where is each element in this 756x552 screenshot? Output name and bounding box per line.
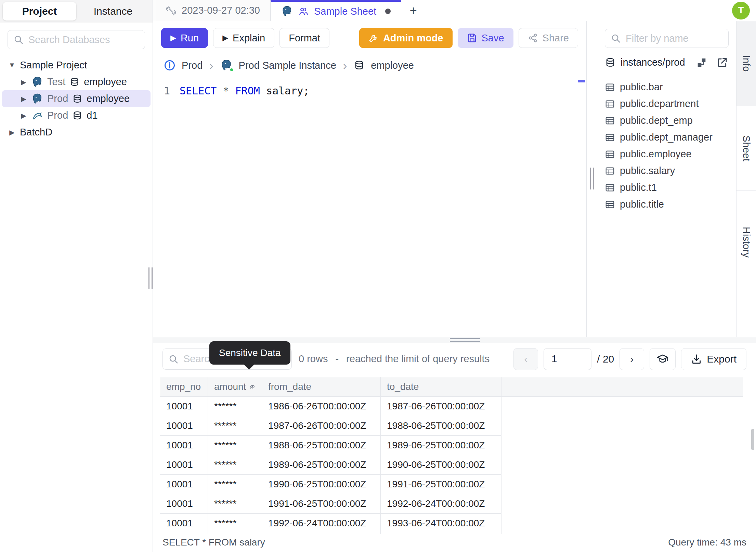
editor-minimap[interactable] [577, 76, 586, 337]
prev-page-button[interactable]: ‹ [513, 348, 538, 370]
tree-item-prod-employee[interactable]: ▶ Prod employee [2, 90, 151, 107]
schema-path: instances/prod [621, 57, 685, 68]
tree-item-batchd[interactable]: ▶ BatchD [2, 124, 151, 141]
download-icon [691, 354, 702, 365]
panel-resize-handle[interactable] [590, 168, 594, 189]
tab-sheet[interactable]: Sheet [737, 106, 756, 191]
results-toolbar: Sensitive Data 0 rows - reached the limi… [153, 343, 756, 375]
format-button[interactable]: Format [279, 28, 329, 48]
table-row[interactable]: 10001******1987-06-26T00:00:00Z1988-06-2… [160, 416, 743, 435]
tab-info[interactable]: Info [737, 21, 756, 106]
table-list-item[interactable]: public.title [597, 196, 736, 213]
tree-item-test-employee[interactable]: ▶ Test employee [2, 74, 151, 90]
tab-project[interactable]: Project [3, 2, 76, 21]
save-icon [467, 33, 477, 43]
column-header-amount[interactable]: amount [208, 377, 262, 396]
results-table-wrap: emp_no amount from_date to_date 10001***… [160, 377, 743, 534]
status-dot-icon [229, 67, 234, 72]
sql-editor[interactable]: 1 SELECT * FROM salary; [153, 76, 586, 337]
mysql-icon [31, 110, 43, 121]
database-search-input[interactable] [28, 34, 139, 45]
results-table: emp_no amount from_date to_date 10001***… [160, 377, 743, 534]
schema-panel: instances/prod public.bar public.departm… [597, 21, 736, 337]
page-number-input[interactable] [544, 348, 591, 370]
results-panel: Sensitive Data 0 rows - reached the limi… [153, 337, 756, 552]
table-list-item[interactable]: public.bar [597, 79, 736, 95]
main-area: 2023-09-27 02:30 Sample Sheet + T ▶ Run [153, 0, 756, 552]
tree-item-prod-d1[interactable]: ▶ Prod d1 [2, 107, 151, 124]
table-list-item[interactable]: public.employee [597, 146, 736, 162]
table-list-item[interactable]: public.salary [597, 162, 736, 179]
caret-down-icon[interactable]: ▼ [8, 61, 16, 69]
left-sidebar: Project Instance ▼ Sample Project ▶ Test… [0, 0, 153, 552]
table-row[interactable]: 10001******1990-06-25T00:00:00Z1991-06-2… [160, 474, 743, 494]
table-filter-input[interactable] [626, 33, 723, 44]
export-button[interactable]: Export [681, 348, 746, 370]
play-icon: ▶ [222, 34, 228, 42]
table-row[interactable]: 10001******1988-06-25T00:00:00Z1989-06-2… [160, 435, 743, 455]
sheet-tab-sample-sheet[interactable]: Sample Sheet [271, 0, 401, 21]
sheet-tab-history[interactable]: 2023-09-27 02:30 [156, 0, 271, 21]
admin-mode-button[interactable]: Admin mode [359, 28, 453, 48]
rows-count: 0 rows [299, 353, 328, 365]
tab-instance[interactable]: Instance [76, 2, 150, 21]
graduation-cap-button[interactable] [650, 348, 676, 370]
breadcrumb: Prod › Prod Sample Instance › employee [153, 55, 586, 76]
caret-right-icon[interactable]: ▶ [8, 128, 16, 136]
next-page-button[interactable]: › [620, 348, 644, 370]
environment-label: Prod [47, 110, 68, 121]
run-button[interactable]: ▶ Run [161, 28, 208, 48]
people-icon [298, 6, 309, 16]
table-filter[interactable] [605, 29, 729, 48]
share-icon [528, 33, 538, 43]
explain-label: Explain [233, 32, 265, 44]
table-row[interactable]: 10001******1986-06-26T00:00:00Z1987-06-2… [160, 396, 743, 416]
table-row[interactable]: 10001******1989-06-25T00:00:00Z1990-06-2… [160, 455, 743, 474]
unlink-icon [166, 5, 176, 16]
table-list-item[interactable]: public.dept_manager [597, 129, 736, 146]
table-list-item[interactable]: public.t1 [597, 179, 736, 196]
panel-gutter [587, 21, 597, 337]
table-list-item[interactable]: public.department [597, 95, 736, 112]
database-label: employee [84, 76, 127, 88]
table-header-row: emp_no amount from_date to_date [160, 377, 743, 396]
search-icon [13, 35, 24, 45]
results-scrollbar[interactable] [751, 429, 754, 450]
column-header-to-date[interactable]: to_date [381, 377, 501, 396]
separator: - [335, 353, 339, 365]
table-icon [605, 183, 615, 193]
schema-header: instances/prod [597, 48, 736, 75]
explain-button[interactable]: ▶ Explain [213, 28, 274, 48]
postgres-icon [31, 93, 43, 105]
table-row[interactable]: 10001******1991-06-25T00:00:00Z1992-06-2… [160, 494, 743, 513]
caret-right-icon[interactable]: ▶ [20, 111, 27, 120]
new-tab-button[interactable]: + [401, 0, 425, 21]
breadcrumb-instance[interactable]: Prod Sample Instance [239, 60, 336, 71]
breadcrumb-environment[interactable]: Prod [182, 60, 203, 71]
database-icon [605, 57, 616, 68]
external-link-icon[interactable] [717, 57, 728, 68]
breadcrumb-database[interactable]: employee [371, 60, 414, 71]
save-button[interactable]: Save [458, 28, 513, 48]
column-header-filler [501, 377, 743, 396]
info-icon[interactable] [164, 60, 175, 71]
results-actions: ‹ / 20 › Export [513, 348, 746, 370]
tree-item-sample-project[interactable]: ▼ Sample Project [2, 57, 151, 74]
database-icon [69, 77, 80, 87]
code-line: 1 SELECT * FROM salary; [153, 85, 586, 97]
sheet-tab-bar: 2023-09-27 02:30 Sample Sheet + T [153, 0, 756, 21]
avatar[interactable]: T [732, 2, 750, 19]
table-list-item[interactable]: public.dept_emp [597, 112, 736, 129]
schema-diagram-icon[interactable] [696, 57, 707, 68]
share-button[interactable]: Share [519, 28, 578, 48]
caret-right-icon[interactable]: ▶ [20, 95, 27, 103]
search-icon [611, 33, 621, 43]
column-header-from-date[interactable]: from_date [262, 377, 381, 396]
table-row[interactable]: 10001******1992-06-24T00:00:00Z1993-06-2… [160, 513, 743, 533]
caret-right-icon[interactable]: ▶ [20, 78, 27, 86]
column-header-emp-no[interactable]: emp_no [160, 377, 208, 396]
database-search[interactable] [8, 30, 145, 49]
tab-history[interactable]: History [737, 191, 756, 294]
topbar-spacer: T [425, 0, 756, 21]
sidebar-resize-handle[interactable] [148, 267, 153, 289]
